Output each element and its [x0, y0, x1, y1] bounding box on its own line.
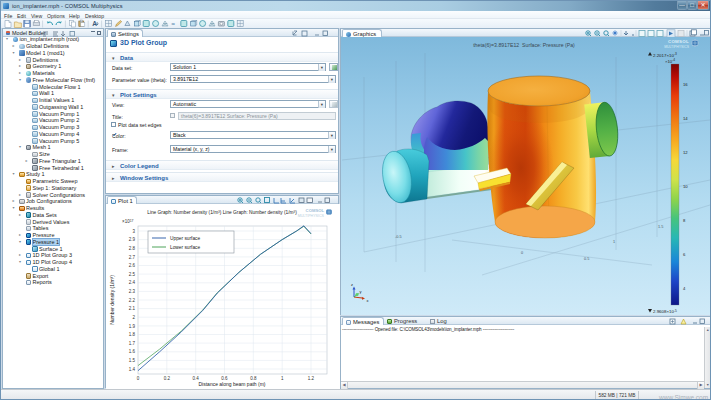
- svg-text:1.7: 1.7: [129, 341, 136, 346]
- svg-text:A: A: [92, 20, 97, 27]
- svg-text:Distance along beam path (m): Distance along beam path (m): [199, 381, 266, 387]
- svg-text:0: 0: [137, 376, 140, 381]
- svg-text:1.4: 1.4: [129, 367, 136, 372]
- svg-text:y: y: [360, 289, 362, 294]
- svg-text:1.6: 1.6: [129, 349, 136, 354]
- svg-text:theta(6)=3.8917E12 Surface: P: theta(6)=3.8917E12 Surface: Pressure (Pa…: [473, 42, 575, 48]
- svg-text:Line Graph: Number density (1/: Line Graph: Number density (1/m³) Line G…: [147, 210, 297, 215]
- svg-text:3: 3: [132, 229, 135, 234]
- svg-text:Lower surface: Lower surface: [170, 245, 200, 250]
- svg-text:≈: ≈: [171, 21, 175, 27]
- svg-text:0: 0: [521, 251, 523, 255]
- svg-text:x: x: [367, 298, 369, 303]
- svg-text:1.9: 1.9: [129, 324, 136, 329]
- svg-text:2: 2: [132, 315, 135, 320]
- svg-text:2.6: 2.6: [129, 263, 136, 268]
- svg-text:0.5: 0.5: [584, 257, 589, 261]
- svg-text:1.5: 1.5: [129, 358, 136, 363]
- svg-text:×1017: ×1017: [122, 219, 134, 225]
- svg-text:Upper surface: Upper surface: [170, 236, 200, 241]
- svg-text:2.2: 2.2: [129, 298, 136, 303]
- svg-text:10: 10: [683, 184, 688, 189]
- svg-text:z: z: [351, 282, 353, 287]
- svg-text:1.5: 1.5: [658, 225, 663, 229]
- svg-text:2.9: 2.9: [129, 237, 136, 242]
- svg-text:-0.5: -0.5: [395, 235, 402, 239]
- svg-text:MULTIPHYSICS: MULTIPHYSICS: [298, 214, 325, 218]
- svg-text:COMSOL: COMSOL: [306, 208, 325, 213]
- svg-text:2.2017×10-3: 2.2017×10-3: [653, 52, 677, 58]
- svg-text:14: 14: [683, 116, 688, 121]
- svg-text:1: 1: [281, 376, 284, 381]
- svg-text:1.8: 1.8: [129, 332, 136, 337]
- svg-text:MULTIPHYSICS: MULTIPHYSICS: [664, 45, 690, 49]
- svg-text:12: 12: [683, 150, 688, 155]
- svg-text:2.3: 2.3: [129, 289, 136, 294]
- svg-text:1: 1: [613, 240, 615, 244]
- svg-text:1.2: 1.2: [308, 376, 315, 381]
- svg-text:16: 16: [683, 82, 688, 87]
- svg-text:2.7: 2.7: [129, 255, 136, 260]
- svg-text:2.1: 2.1: [129, 306, 136, 311]
- svg-text:2.5: 2.5: [129, 272, 136, 277]
- svg-text:0.2: 0.2: [164, 376, 171, 381]
- svg-text:Number density (1/m³): Number density (1/m³): [109, 275, 115, 325]
- svg-text:2.9608×10-5: 2.9608×10-5: [653, 309, 677, 315]
- svg-text:2.8: 2.8: [129, 246, 136, 251]
- svg-text:COMSOL: COMSOL: [668, 39, 689, 44]
- svg-text:2.4: 2.4: [129, 280, 136, 285]
